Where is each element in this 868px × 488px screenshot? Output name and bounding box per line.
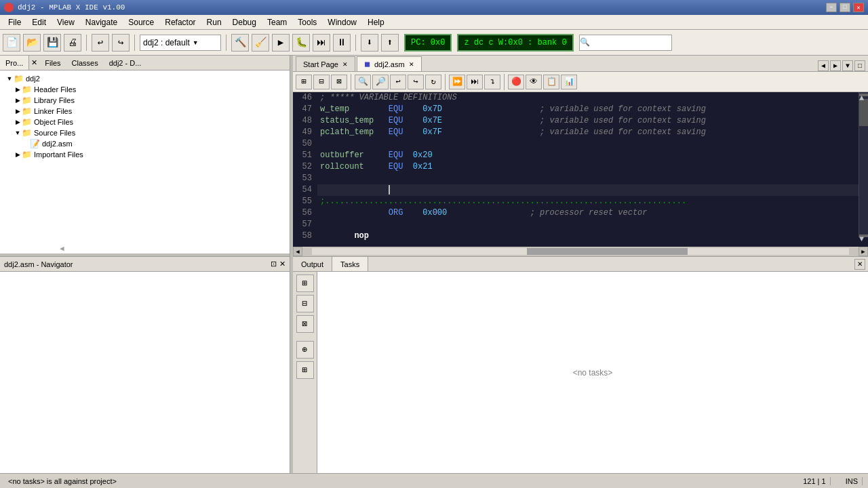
pause-button[interactable]: ⏸ [333,34,351,52]
panel-tab-ddj2[interactable]: ddj2 - D... [104,56,147,70]
tree-item-source-files[interactable]: ▼ 📁 Source Files [3,127,287,138]
expand-icon[interactable]: ▶ [14,86,22,93]
menu-navigate[interactable]: Navigate [80,16,123,28]
menu-team[interactable]: Team [262,16,292,28]
et-redo-btn[interactable]: ↪ [408,75,424,89]
project-dropdown[interactable]: ddj2 : default ▼ [140,35,221,51]
output-btn-1[interactable]: ⊞ [296,274,314,292]
expand-icon[interactable]: ▶ [14,119,22,125]
save-button[interactable]: 💾 [43,34,61,52]
toolbar-sep-2 [134,35,135,51]
close-output-icon[interactable]: ✕ [854,259,865,270]
menu-refactor[interactable]: Refactor [159,16,201,28]
tab-tasks-label: Tasks [340,260,359,268]
tree-root-ddj2[interactable]: ▼ 📁 ddj2 [3,73,287,84]
tree-item-header-files[interactable]: ▶ 📁 Header Files [3,84,287,95]
output-btn-3[interactable]: ⊠ [296,315,314,333]
line-number: 47 [293,104,317,115]
scroll-down-button[interactable]: ▼ [859,235,868,237]
new-file-button[interactable]: 📄 [3,34,20,52]
et-expand-btn[interactable]: ⊟ [313,75,330,89]
scroll-thumb[interactable] [527,248,688,255]
panel-close-icon[interactable]: ✕ [29,58,39,67]
search-input[interactable] [590,39,671,47]
menu-debug[interactable]: Debug [227,16,262,28]
download-button[interactable]: ⬇ [361,34,378,52]
scroll-right-button[interactable]: ▶ [830,60,841,71]
panel-tab-files[interactable]: Files [39,56,66,70]
step-button[interactable]: ⏭ [313,34,330,52]
expand-nav-icon[interactable]: ⊡ [271,260,277,268]
panel-tab-projects[interactable]: Pro... [0,56,29,70]
build-button[interactable]: 🔨 [231,34,249,52]
menu-edit[interactable]: Edit [26,16,52,28]
menu-window[interactable]: Window [322,16,362,28]
debug-button[interactable]: 🐛 [292,34,310,52]
expand-icon[interactable]: ▶ [14,108,22,115]
panel-tab-classes[interactable]: Classes [66,56,104,70]
tab-output[interactable]: Output [293,257,332,271]
et-run-to-btn[interactable]: ⏭ [467,75,483,89]
et-undo-btn[interactable]: ↩ [390,75,406,89]
tab-close-icon[interactable]: ✕ [409,61,414,68]
scroll-up-button[interactable]: ▲ [859,94,868,96]
menu-source[interactable]: Source [123,16,159,28]
tree-item-linker-files[interactable]: ▶ 📁 Linker Files [3,106,287,117]
expand-icon[interactable]: ▶ [14,151,22,158]
output-btn-2[interactable]: ⊟ [296,295,314,312]
menu-tools[interactable]: Tools [292,16,322,28]
et-format-btn[interactable]: ⊠ [331,75,347,89]
close-nav-icon[interactable]: ✕ [279,260,285,268]
menu-run[interactable]: Run [201,16,227,28]
tree-item-object-files[interactable]: ▶ 📁 Object Files [3,117,287,127]
clean-button[interactable]: 🧹 [252,34,269,52]
menu-file[interactable]: File [3,16,26,28]
cursor-position: 121 | 1 [799,477,830,485]
et-run-cursor-btn[interactable]: ⏩ [449,75,465,89]
minimize-button[interactable]: − [826,3,837,12]
tab-ddj2-asm[interactable]: ◼ ddj2.asm ✕ [357,56,422,71]
et-toggle-btn[interactable]: ⊞ [296,75,312,89]
output-btn-5[interactable]: ⊞ [296,361,314,379]
tab-tasks[interactable]: Tasks [332,257,368,271]
search-box[interactable]: 🔍 [579,35,672,51]
code-editor[interactable]: 46 ; ***** VARIABLE DEFINITIONS 47 w_tem… [293,92,868,247]
tab-close-icon[interactable]: ✕ [342,61,348,68]
editor-scrollbar[interactable]: ◀ ▶ [293,247,868,256]
resizer-handle[interactable]: ◀ [60,244,64,253]
maximize-editor-button[interactable]: □ [854,60,865,71]
scroll-thumb[interactable] [859,99,868,126]
upload-button[interactable]: ⬆ [381,34,399,52]
tree-item-ddj2-asm[interactable]: 📝 ddj2.asm [3,138,287,149]
expand-icon[interactable]: ▶ [14,97,22,104]
et-mem-btn[interactable]: 📋 [543,75,559,89]
tree-item-label: ddj2.asm [42,140,73,148]
et-zoom-in-btn[interactable]: 🔍 [355,75,371,89]
tab-start-page[interactable]: Start Page ✕ [296,56,355,71]
et-breakpoint-btn[interactable]: 🔴 [508,75,524,89]
tab-list-button[interactable]: ▼ [842,60,853,71]
close-button[interactable]: ✕ [853,3,864,12]
et-zoom-out-btn[interactable]: 🔎 [372,75,389,89]
tree-item-library-files[interactable]: ▶ 📁 Library Files [3,95,287,106]
output-btn-4[interactable]: ⊕ [296,341,314,359]
et-refresh-btn[interactable]: ↻ [425,75,441,89]
expand-icon[interactable]: ▼ [5,75,14,82]
editor-vertical-scrollbar[interactable]: ▲ ▼ [859,92,868,237]
scroll-right-button[interactable]: ▶ [859,247,868,256]
expand-icon[interactable]: ▼ [14,129,22,136]
menu-help[interactable]: Help [362,16,390,28]
run-button[interactable]: ▶ [272,34,290,52]
maximize-button[interactable]: □ [840,3,850,12]
menu-view[interactable]: View [52,16,80,28]
scroll-left-button[interactable]: ◀ [293,247,302,256]
et-watch-btn[interactable]: 👁 [526,75,542,89]
redo-button[interactable]: ↪ [112,34,130,52]
scroll-left-button[interactable]: ◀ [818,60,829,71]
tree-item-important-files[interactable]: ▶ 📁 Important Files [3,149,287,160]
print-button[interactable]: 🖨 [64,34,81,52]
et-chart-btn[interactable]: 📊 [561,75,577,89]
open-button[interactable]: 📂 [23,34,41,52]
et-step-into-btn[interactable]: ↴ [484,75,500,89]
undo-button[interactable]: ↩ [92,34,109,52]
